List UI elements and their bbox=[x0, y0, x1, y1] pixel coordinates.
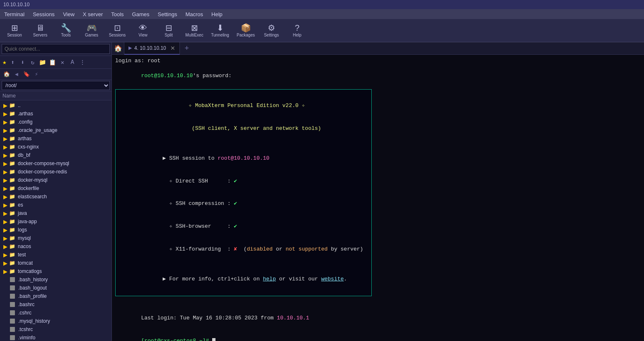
blank-line3 bbox=[115, 300, 641, 307]
file-icon bbox=[10, 285, 15, 290]
tunneling-button[interactable]: ⬇ Tunneling bbox=[208, 21, 232, 41]
tools-label: Tools bbox=[61, 33, 70, 37]
new-folder-button[interactable]: 📁 bbox=[38, 58, 47, 67]
ssh-compression-line: ✧ SSH compression : ✔ bbox=[124, 192, 363, 215]
menu-settings[interactable]: Settings bbox=[154, 9, 182, 19]
file-list-item[interactable]: ▶📁docker-compose-redis bbox=[0, 168, 111, 176]
upload-button[interactable]: ⬆ bbox=[8, 58, 17, 67]
sidebar-toolbar: ★ ⬆ ⬇ ↻ 📁 📋 ✕ A ⋮ bbox=[0, 56, 111, 69]
folder-icon: ▶ bbox=[3, 194, 7, 200]
file-name: .. bbox=[18, 102, 21, 108]
tunneling-icon: ⬇ bbox=[217, 24, 224, 32]
sidebar-lightning-icon[interactable]: ⚡ bbox=[32, 70, 41, 78]
main-area: ★ ⬆ ⬇ ↻ 📁 📋 ✕ A ⋮ 🏠 ◀ 🔖 ⚡ /root/ Name bbox=[0, 42, 644, 341]
file-list-item[interactable]: ▶📁es bbox=[0, 201, 111, 209]
menu-games[interactable]: Games bbox=[128, 9, 154, 19]
menu-view[interactable]: View bbox=[59, 9, 79, 19]
file-list-item[interactable]: .bash_profile bbox=[0, 292, 111, 300]
file-list-item[interactable]: ▶📁docker-mysql bbox=[0, 176, 111, 184]
games-button[interactable]: 🎮 Games bbox=[80, 21, 104, 41]
file-list-item[interactable]: ▶📁.config bbox=[0, 118, 111, 126]
login-line2: root@10.10.10.10's password: bbox=[115, 65, 641, 88]
sidebar-icons-row: 🏠 ◀ 🔖 ⚡ bbox=[0, 69, 111, 80]
tools-button[interactable]: 🔧 Tools bbox=[54, 21, 78, 41]
menu-help[interactable]: Help bbox=[207, 9, 227, 19]
sessions-icon: ⊡ bbox=[114, 24, 121, 32]
text-button[interactable]: A bbox=[68, 58, 77, 67]
tab-session[interactable]: ▶ 4. 10.10.10.10 ✕ bbox=[124, 42, 180, 55]
help-button[interactable]: ? Help bbox=[285, 21, 309, 41]
file-list-item[interactable]: .tcshrc bbox=[0, 325, 111, 334]
folder-icon: ▶ bbox=[3, 244, 7, 250]
file-icon bbox=[10, 277, 15, 282]
file-list-item[interactable]: .viminfo bbox=[0, 334, 111, 341]
file-list-item[interactable]: ▶📁.oracle_jre_usage bbox=[0, 126, 111, 134]
file-list-item[interactable]: ▶📁tomcatlogs bbox=[0, 267, 111, 275]
file-list-item[interactable]: ▶📁java bbox=[0, 209, 111, 217]
file-list-item[interactable]: ▶📁docker-compose-mysql bbox=[0, 159, 111, 168]
file-list-item[interactable]: ▶📁db_bf bbox=[0, 151, 111, 159]
welcome-box: ✧ MobaXterm Personal Edition v22.0 ✧ (SS… bbox=[115, 89, 372, 296]
help-label: Help bbox=[293, 33, 302, 37]
file-icon bbox=[10, 319, 15, 324]
folder-name-icon: 📁 bbox=[9, 152, 15, 158]
delete-button[interactable]: ✕ bbox=[58, 58, 67, 67]
file-list-item[interactable]: ▶📁test bbox=[0, 251, 111, 259]
download-button[interactable]: ⬇ bbox=[18, 58, 27, 67]
file-list-item[interactable]: ▶📁tomcat bbox=[0, 259, 111, 267]
folder-icon: ▶ bbox=[3, 235, 7, 241]
packages-button[interactable]: 📦 Packages bbox=[234, 21, 258, 41]
file-list-item[interactable]: ▶📁java-app bbox=[0, 217, 111, 226]
sidebar-home-icon[interactable]: 🏠 bbox=[2, 70, 11, 78]
file-name: .mysql_history bbox=[18, 318, 50, 324]
file-list-item[interactable]: ▶📁cxs-nginx bbox=[0, 143, 111, 151]
menu-sessions[interactable]: Sessions bbox=[29, 9, 59, 19]
file-name: .viminfo bbox=[18, 335, 35, 341]
multiexec-button[interactable]: ⊠ MultiExec bbox=[182, 21, 206, 41]
menu-terminal[interactable]: Terminal bbox=[0, 9, 29, 19]
file-list-item[interactable]: .bash_logout bbox=[0, 284, 111, 292]
sidebar-left-icon[interactable]: ◀ bbox=[12, 70, 21, 78]
file-list-item[interactable]: ▶📁dockerfile bbox=[0, 184, 111, 192]
tab-close-button[interactable]: ✕ bbox=[170, 45, 175, 51]
file-list-item[interactable]: .mysql_history bbox=[0, 317, 111, 325]
copy-button[interactable]: 📋 bbox=[48, 58, 57, 67]
split-button[interactable]: ⊟ Split bbox=[157, 21, 181, 41]
file-list-item[interactable]: .cshrc bbox=[0, 309, 111, 317]
file-list-item[interactable]: ▶📁elasticsearch bbox=[0, 192, 111, 201]
menu-tools[interactable]: Tools bbox=[107, 9, 128, 19]
file-list-item[interactable]: ▶📁.. bbox=[0, 101, 111, 110]
file-list-item[interactable]: .bashrc bbox=[0, 300, 111, 309]
terminal-content[interactable]: login as: root root@10.10.10.10's passwo… bbox=[112, 55, 644, 341]
view-button[interactable]: 👁 View bbox=[131, 21, 155, 41]
settings-button[interactable]: ⚙ Settings bbox=[259, 21, 283, 41]
folder-icon: ▶ bbox=[3, 102, 7, 109]
tab-home-button[interactable]: 🏠 bbox=[112, 42, 124, 55]
sidebar-bookmark-icon[interactable]: 🔖 bbox=[22, 70, 31, 78]
file-name: mysql bbox=[18, 235, 31, 241]
file-list-item[interactable]: ▶📁logs bbox=[0, 226, 111, 234]
menu-xserver[interactable]: X server bbox=[79, 9, 107, 19]
sessions-button[interactable]: ⊡ Sessions bbox=[105, 21, 129, 41]
file-list-item[interactable]: .bash_history bbox=[0, 275, 111, 284]
more-button[interactable]: ⋮ bbox=[78, 58, 87, 67]
file-list-item[interactable]: ▶📁nacos bbox=[0, 242, 111, 251]
file-list-item[interactable]: ▶📁arthas bbox=[0, 134, 111, 143]
welcome-line1: ✧ MobaXterm Personal Edition v22.0 ✧ bbox=[124, 95, 363, 117]
file-list-item[interactable]: ▶📁.arthas bbox=[0, 110, 111, 118]
folder-name-icon: 📁 bbox=[9, 244, 15, 249]
settings-label: Settings bbox=[264, 33, 279, 37]
refresh-button[interactable]: ↻ bbox=[28, 58, 37, 67]
blank-line1 bbox=[124, 140, 363, 147]
menu-macros[interactable]: Macros bbox=[181, 9, 207, 19]
terminal-cursor bbox=[212, 338, 215, 341]
file-name: logs bbox=[18, 227, 27, 233]
file-name: .oracle_jre_usage bbox=[18, 127, 57, 133]
quick-connect-input[interactable] bbox=[2, 44, 110, 54]
file-list-item[interactable]: ▶📁mysql bbox=[0, 234, 111, 242]
session-button[interactable]: ⊞ Session bbox=[2, 21, 27, 41]
servers-button[interactable]: 🖥 Servers bbox=[28, 21, 52, 41]
folder-name-icon: 📁 bbox=[9, 260, 15, 266]
tab-add-button[interactable]: + bbox=[182, 43, 192, 54]
path-dropdown[interactable]: /root/ bbox=[2, 81, 110, 90]
